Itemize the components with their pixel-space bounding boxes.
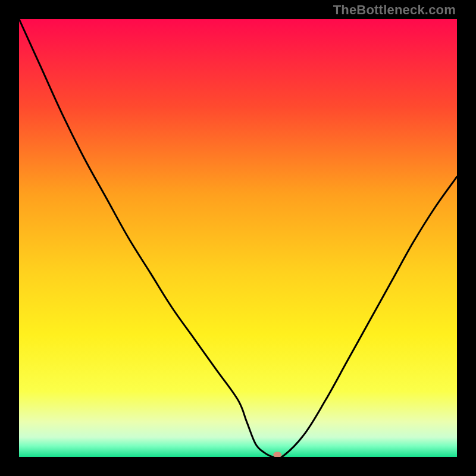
chart-svg: [19, 19, 457, 457]
watermark-text: TheBottleneck.com: [333, 2, 456, 18]
gradient-background: [19, 19, 457, 457]
chart-frame: TheBottleneck.com: [0, 0, 476, 476]
plot-area: [19, 19, 457, 457]
